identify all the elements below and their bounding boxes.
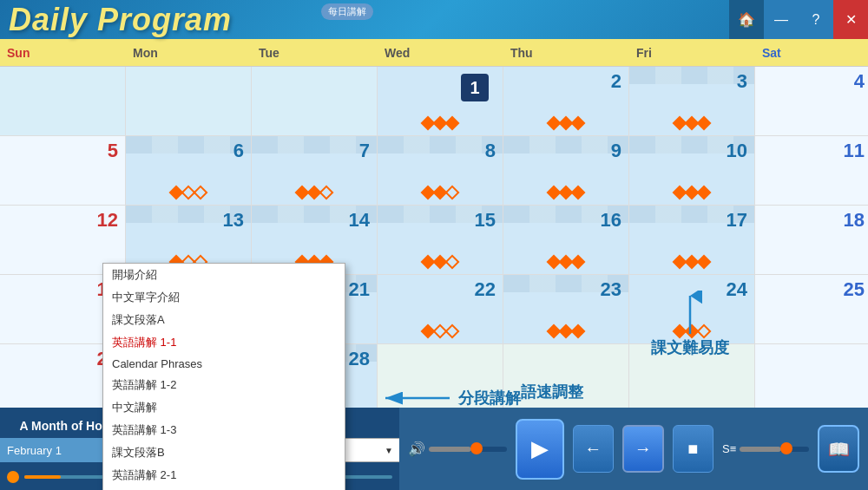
diamond-empty [319,186,334,200]
diamonds-15 [423,257,457,267]
stop-button[interactable]: ■ [673,425,713,473]
diamond-empty [697,324,712,339]
daily-badge: 每日講解 [321,3,373,20]
day-thu: Thu [503,39,629,66]
date-6: 6 [233,140,244,162]
lesson-dropdown[interactable]: 開場介紹 中文單字介紹 課文段落A 英語講解 1-1 Calendar Phra… [102,263,345,490]
stripe [629,67,754,84]
diamonds-3 [674,118,709,128]
volume-icon: 🔊 [408,441,425,457]
speed-row: S≡ [722,442,809,455]
cal-cell-empty-8 [755,344,868,414]
lesson-dropdown-icon[interactable]: ▼ [385,446,393,455]
date-5: 5 [108,140,118,162]
date-15: 15 [475,209,496,232]
back-button[interactable]: ← [573,425,614,473]
dropdown-item[interactable]: 英語講解 1-2 [103,374,345,396]
app-title: Daily Program [0,2,232,38]
cal-cell-15[interactable]: 15 [378,206,503,275]
cal-cell-3[interactable]: 3 [629,67,755,136]
date-13: 13 [223,209,244,232]
speed-icon: S≡ [722,442,736,455]
day-mon: Mon [126,39,252,66]
date-8: 8 [485,140,496,162]
cal-cell-9[interactable]: 9 [503,136,629,206]
cal-cell-11[interactable]: 11 [755,136,868,206]
cal-cell-10[interactable]: 10 [629,136,755,206]
timer-dot [7,471,19,483]
diamonds-9 [549,187,583,198]
cal-cell-7[interactable]: 7 [252,136,378,206]
diamond [697,255,712,270]
speed-group: S≡ [722,442,809,455]
stripe [126,136,251,154]
dropdown-item[interactable]: Calendar Phrases [103,354,345,374]
speed-track[interactable] [740,447,809,452]
back-icon: ← [584,439,602,459]
date-14: 14 [349,209,370,232]
date-4: 4 [854,70,865,93]
close-button[interactable]: ✕ [833,0,868,39]
date-text: February 1 [7,444,62,457]
forward-button[interactable]: → [622,425,664,473]
cal-cell-4[interactable]: 4 [755,67,868,136]
date-11: 11 [844,140,865,162]
dropdown-item[interactable]: 中文單字介紹 [103,286,345,309]
diamonds-1 [423,118,457,128]
cal-cell-23[interactable]: 23 [503,275,629,344]
window-controls: 🏠 — ? ✕ [729,0,868,39]
diamonds-23 [549,326,583,336]
cal-cell-1[interactable]: 1 [378,67,503,136]
date-9: 9 [611,140,621,162]
home-button[interactable]: 🏠 [729,0,764,39]
cal-cell-empty-5 [378,344,503,414]
volume-fill [429,447,472,452]
cal-cell-18[interactable]: 18 [755,206,868,275]
cal-cell-22[interactable]: 22 [378,275,503,344]
date-2: 2 [611,70,621,93]
volume-row: 🔊 [408,441,507,457]
forward-icon: → [635,439,652,459]
dropdown-item[interactable]: 中文講解 [103,396,345,419]
diamond-empty [445,186,460,200]
dropdown-item[interactable]: 開場介紹 [103,264,345,286]
speed-knob[interactable] [780,442,792,454]
date-1: 1 [461,74,489,101]
diamonds-24 [674,326,709,336]
cal-cell-empty-6 [503,344,629,414]
cal-cell-empty-7 [629,344,755,414]
dropdown-item[interactable]: 課文段落B [103,441,345,464]
cal-cell-8[interactable]: 8 [378,136,503,206]
speed-fill [740,447,781,452]
volume-track[interactable] [429,447,507,452]
cal-cell-empty [126,67,252,136]
dropdown-item[interactable]: 課文段落A [103,309,345,331]
cal-cell-16[interactable]: 16 [503,206,629,275]
cal-cell-2[interactable]: 2 [503,67,629,136]
diamonds-2 [549,118,583,128]
stripe [378,136,503,154]
dropdown-item-11[interactable]: 英語講解 1-1 [103,331,345,354]
cal-cell-24[interactable]: 24 [629,275,755,344]
dropdown-item[interactable]: 英語講解 1-3 [103,419,345,441]
cal-cell-empty [0,67,126,136]
book-button[interactable]: 📖 [818,425,859,473]
date-25: 25 [844,278,865,301]
stripe [503,136,628,154]
dropdown-item[interactable]: 英語講解 2-1 [103,464,345,487]
cal-cell-25[interactable]: 25 [755,275,868,344]
cal-cell-17[interactable]: 17 [629,206,755,275]
diamond [697,186,712,200]
help-button[interactable]: ? [799,0,833,39]
day-sun: Sun [0,39,126,66]
book-icon: 📖 [828,439,850,460]
volume-knob[interactable] [470,442,483,454]
day-wed: Wed [378,39,503,66]
minimize-button[interactable]: — [764,0,799,39]
date-16: 16 [601,209,621,232]
play-button[interactable]: ▶ [516,419,564,480]
cal-cell-6[interactable]: 6 [126,136,252,206]
dropdown-item[interactable]: 中文講解 [103,487,345,490]
cal-cell-5[interactable]: 5 [0,136,126,206]
date-17: 17 [727,209,747,232]
